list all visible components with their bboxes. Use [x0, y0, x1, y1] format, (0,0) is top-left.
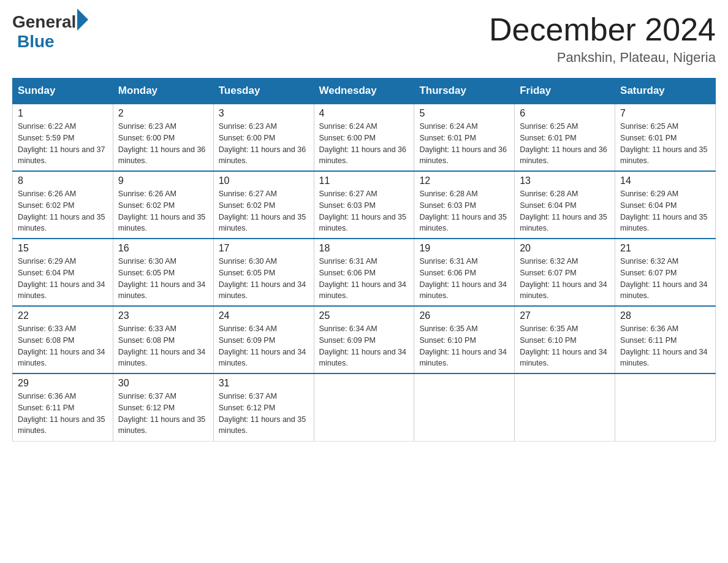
- day-info: Sunrise: 6:36 AMSunset: 6:11 PMDaylight:…: [620, 323, 710, 369]
- day-number: 9: [118, 175, 208, 186]
- calendar-day-cell: 6Sunrise: 6:25 AMSunset: 6:01 PMDaylight…: [515, 104, 615, 171]
- day-number: 31: [219, 378, 309, 389]
- day-number: 1: [18, 108, 108, 119]
- day-info: Sunrise: 6:23 AMSunset: 6:00 PMDaylight:…: [118, 121, 208, 167]
- calendar-day-cell: 11Sunrise: 6:27 AMSunset: 6:03 PMDayligh…: [314, 171, 414, 239]
- day-info: Sunrise: 6:28 AMSunset: 6:03 PMDaylight:…: [419, 188, 509, 234]
- logo: General Blue: [12, 12, 88, 52]
- calendar-table: SundayMondayTuesdayWednesdayThursdayFrid…: [12, 78, 716, 442]
- day-info: Sunrise: 6:24 AMSunset: 6:01 PMDaylight:…: [419, 121, 509, 167]
- day-info: Sunrise: 6:36 AMSunset: 6:11 PMDaylight:…: [18, 391, 108, 437]
- calendar-header-row: SundayMondayTuesdayWednesdayThursdayFrid…: [13, 79, 716, 104]
- day-info: Sunrise: 6:37 AMSunset: 6:12 PMDaylight:…: [118, 391, 208, 437]
- calendar-day-cell: 15Sunrise: 6:29 AMSunset: 6:04 PMDayligh…: [13, 239, 113, 306]
- day-number: 11: [319, 175, 409, 186]
- day-info: Sunrise: 6:34 AMSunset: 6:09 PMDaylight:…: [219, 323, 309, 369]
- column-header-saturday: Saturday: [615, 79, 716, 104]
- calendar-day-cell: 25Sunrise: 6:34 AMSunset: 6:09 PMDayligh…: [314, 306, 414, 373]
- day-info: Sunrise: 6:23 AMSunset: 6:00 PMDaylight:…: [219, 121, 309, 167]
- day-info: Sunrise: 6:24 AMSunset: 6:00 PMDaylight:…: [319, 121, 409, 167]
- day-info: Sunrise: 6:33 AMSunset: 6:08 PMDaylight:…: [18, 323, 108, 369]
- calendar-day-cell: 7Sunrise: 6:25 AMSunset: 6:01 PMDaylight…: [615, 104, 716, 171]
- column-header-sunday: Sunday: [13, 79, 113, 104]
- day-info: Sunrise: 6:32 AMSunset: 6:07 PMDaylight:…: [520, 256, 610, 302]
- day-info: Sunrise: 6:34 AMSunset: 6:09 PMDaylight:…: [319, 323, 409, 369]
- day-info: Sunrise: 6:31 AMSunset: 6:06 PMDaylight:…: [319, 256, 409, 302]
- column-header-wednesday: Wednesday: [314, 79, 414, 104]
- calendar-day-cell: 5Sunrise: 6:24 AMSunset: 6:01 PMDaylight…: [414, 104, 515, 171]
- page-header: General Blue December 2024 Pankshin, Pla…: [12, 12, 716, 66]
- calendar-day-cell: 21Sunrise: 6:32 AMSunset: 6:07 PMDayligh…: [615, 239, 716, 306]
- day-number: 4: [319, 108, 409, 119]
- day-info: Sunrise: 6:30 AMSunset: 6:05 PMDaylight:…: [118, 256, 208, 302]
- title-section: December 2024 Pankshin, Plateau, Nigeria: [489, 12, 716, 66]
- calendar-day-cell: [615, 373, 716, 441]
- day-info: Sunrise: 6:37 AMSunset: 6:12 PMDaylight:…: [219, 391, 309, 437]
- day-info: Sunrise: 6:26 AMSunset: 6:02 PMDaylight:…: [118, 188, 208, 234]
- calendar-day-cell: 18Sunrise: 6:31 AMSunset: 6:06 PMDayligh…: [314, 239, 414, 306]
- calendar-day-cell: 20Sunrise: 6:32 AMSunset: 6:07 PMDayligh…: [515, 239, 615, 306]
- calendar-day-cell: 4Sunrise: 6:24 AMSunset: 6:00 PMDaylight…: [314, 104, 414, 171]
- day-info: Sunrise: 6:35 AMSunset: 6:10 PMDaylight:…: [419, 323, 509, 369]
- calendar-day-cell: 14Sunrise: 6:29 AMSunset: 6:04 PMDayligh…: [615, 171, 716, 239]
- calendar-week-row: 8Sunrise: 6:26 AMSunset: 6:02 PMDaylight…: [13, 171, 716, 239]
- day-number: 29: [18, 378, 108, 389]
- calendar-day-cell: 31Sunrise: 6:37 AMSunset: 6:12 PMDayligh…: [213, 373, 314, 441]
- day-number: 26: [419, 310, 509, 321]
- day-number: 14: [620, 175, 710, 186]
- day-number: 16: [118, 243, 208, 254]
- day-info: Sunrise: 6:27 AMSunset: 6:03 PMDaylight:…: [319, 188, 409, 234]
- column-header-tuesday: Tuesday: [213, 79, 314, 104]
- day-number: 24: [219, 310, 309, 321]
- day-info: Sunrise: 6:31 AMSunset: 6:06 PMDaylight:…: [419, 256, 509, 302]
- day-info: Sunrise: 6:35 AMSunset: 6:10 PMDaylight:…: [520, 323, 610, 369]
- calendar-day-cell: 16Sunrise: 6:30 AMSunset: 6:05 PMDayligh…: [113, 239, 213, 306]
- day-number: 30: [118, 378, 208, 389]
- day-number: 10: [219, 175, 309, 186]
- calendar-day-cell: 22Sunrise: 6:33 AMSunset: 6:08 PMDayligh…: [13, 306, 113, 373]
- day-info: Sunrise: 6:29 AMSunset: 6:04 PMDaylight:…: [18, 256, 108, 302]
- calendar-day-cell: 8Sunrise: 6:26 AMSunset: 6:02 PMDaylight…: [13, 171, 113, 239]
- calendar-week-row: 15Sunrise: 6:29 AMSunset: 6:04 PMDayligh…: [13, 239, 716, 306]
- day-number: 27: [520, 310, 610, 321]
- logo-general-text: General: [12, 12, 76, 32]
- day-info: Sunrise: 6:33 AMSunset: 6:08 PMDaylight:…: [118, 323, 208, 369]
- calendar-day-cell: 23Sunrise: 6:33 AMSunset: 6:08 PMDayligh…: [113, 306, 213, 373]
- day-number: 25: [319, 310, 409, 321]
- calendar-day-cell: 28Sunrise: 6:36 AMSunset: 6:11 PMDayligh…: [615, 306, 716, 373]
- calendar-day-cell: 9Sunrise: 6:26 AMSunset: 6:02 PMDaylight…: [113, 171, 213, 239]
- calendar-week-row: 22Sunrise: 6:33 AMSunset: 6:08 PMDayligh…: [13, 306, 716, 373]
- day-number: 22: [18, 310, 108, 321]
- calendar-day-cell: 13Sunrise: 6:28 AMSunset: 6:04 PMDayligh…: [515, 171, 615, 239]
- day-number: 2: [118, 108, 208, 119]
- day-number: 18: [319, 243, 409, 254]
- day-info: Sunrise: 6:28 AMSunset: 6:04 PMDaylight:…: [520, 188, 610, 234]
- day-number: 5: [419, 108, 509, 119]
- day-number: 19: [419, 243, 509, 254]
- calendar-day-cell: 1Sunrise: 6:22 AMSunset: 5:59 PMDaylight…: [13, 104, 113, 171]
- calendar-day-cell: 30Sunrise: 6:37 AMSunset: 6:12 PMDayligh…: [113, 373, 213, 441]
- day-number: 15: [18, 243, 108, 254]
- day-number: 3: [219, 108, 309, 119]
- day-number: 8: [18, 175, 108, 186]
- calendar-week-row: 1Sunrise: 6:22 AMSunset: 5:59 PMDaylight…: [13, 104, 716, 171]
- calendar-day-cell: 27Sunrise: 6:35 AMSunset: 6:10 PMDayligh…: [515, 306, 615, 373]
- day-number: 12: [419, 175, 509, 186]
- calendar-week-row: 29Sunrise: 6:36 AMSunset: 6:11 PMDayligh…: [13, 373, 716, 441]
- calendar-subtitle: Pankshin, Plateau, Nigeria: [489, 50, 716, 66]
- day-info: Sunrise: 6:27 AMSunset: 6:02 PMDaylight:…: [219, 188, 309, 234]
- logo-blue-text: Blue: [17, 32, 55, 52]
- day-info: Sunrise: 6:22 AMSunset: 5:59 PMDaylight:…: [18, 121, 108, 167]
- day-info: Sunrise: 6:25 AMSunset: 6:01 PMDaylight:…: [620, 121, 710, 167]
- day-info: Sunrise: 6:29 AMSunset: 6:04 PMDaylight:…: [620, 188, 710, 234]
- calendar-day-cell: 26Sunrise: 6:35 AMSunset: 6:10 PMDayligh…: [414, 306, 515, 373]
- calendar-day-cell: 10Sunrise: 6:27 AMSunset: 6:02 PMDayligh…: [213, 171, 314, 239]
- day-number: 6: [520, 108, 610, 119]
- calendar-day-cell: [314, 373, 414, 441]
- day-number: 20: [520, 243, 610, 254]
- calendar-day-cell: 29Sunrise: 6:36 AMSunset: 6:11 PMDayligh…: [13, 373, 113, 441]
- calendar-day-cell: 24Sunrise: 6:34 AMSunset: 6:09 PMDayligh…: [213, 306, 314, 373]
- calendar-title: December 2024: [489, 12, 716, 47]
- calendar-day-cell: 3Sunrise: 6:23 AMSunset: 6:00 PMDaylight…: [213, 104, 314, 171]
- day-info: Sunrise: 6:26 AMSunset: 6:02 PMDaylight:…: [18, 188, 108, 234]
